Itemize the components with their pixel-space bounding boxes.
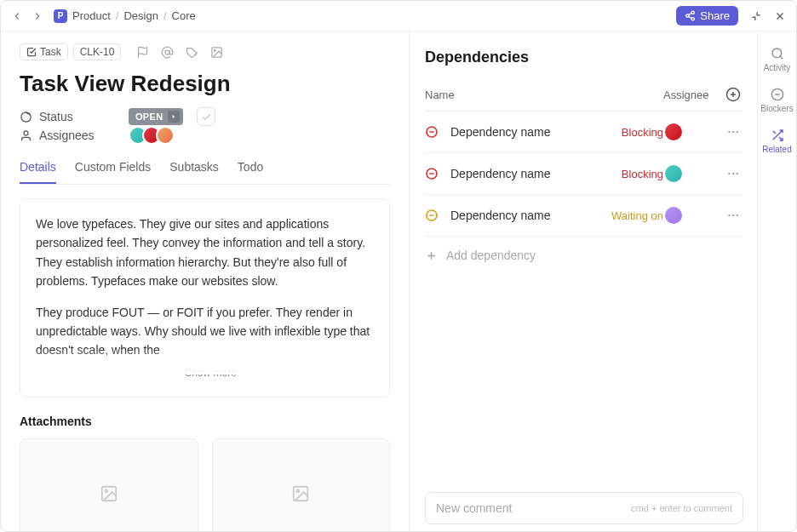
comment-input[interactable]: New comment cmd + enter to comment xyxy=(425,492,743,524)
tab-details[interactable]: Details xyxy=(20,152,56,184)
dependency-tag: Blocking xyxy=(622,168,663,180)
add-column-button[interactable] xyxy=(723,87,743,102)
avatar xyxy=(663,122,684,142)
svg-line-40 xyxy=(780,56,783,59)
description-card: We love typefaces. They give our sites a… xyxy=(20,198,390,398)
more-icon[interactable] xyxy=(723,167,743,180)
nav-forward[interactable] xyxy=(32,10,43,22)
dependency-assignee[interactable] xyxy=(663,163,723,184)
tab-custom-fields[interactable]: Custom Fields xyxy=(75,152,151,184)
complete-checkbox[interactable] xyxy=(197,107,215,126)
attachment-slot[interactable] xyxy=(20,438,198,531)
nav-back[interactable] xyxy=(11,10,23,22)
attachments-title: Attachments xyxy=(20,415,390,428)
task-type-chip[interactable]: Task xyxy=(20,43,68,60)
svg-point-35 xyxy=(732,215,734,216)
waiting-icon xyxy=(425,209,442,222)
dependency-assignee[interactable] xyxy=(663,122,723,142)
avatar xyxy=(156,126,175,145)
more-icon[interactable] xyxy=(723,209,743,222)
svg-point-31 xyxy=(737,173,738,174)
dependency-tag: Blocking xyxy=(622,126,663,139)
assignee-avatars[interactable] xyxy=(129,126,175,145)
svg-point-0 xyxy=(691,11,694,14)
project-icon: P xyxy=(54,9,67,23)
attachment-slot[interactable] xyxy=(212,438,391,531)
svg-line-4 xyxy=(689,14,692,15)
assignees-label: Assignees xyxy=(20,129,129,142)
task-type-label: Task xyxy=(40,46,61,58)
avatar xyxy=(663,163,684,184)
comment-hint: cmd + enter to comment xyxy=(631,503,732,513)
share-label: Share xyxy=(700,9,730,22)
status-badge[interactable]: OPEN xyxy=(129,108,183,125)
tag-icon[interactable] xyxy=(186,46,198,59)
image-icon[interactable] xyxy=(210,46,223,59)
flag-icon[interactable] xyxy=(136,46,149,59)
svg-marker-13 xyxy=(173,115,175,119)
svg-point-25 xyxy=(732,131,734,133)
dependency-assignee[interactable] xyxy=(663,205,723,226)
dependency-row[interactable]: Dependency nameWaiting on xyxy=(425,195,743,237)
svg-point-8 xyxy=(165,50,169,54)
comment-placeholder: New comment xyxy=(436,501,512,515)
close-icon[interactable] xyxy=(774,10,786,22)
task-title: Task View Redesign xyxy=(20,71,390,97)
svg-point-14 xyxy=(24,130,28,134)
rail-activity[interactable]: Activity xyxy=(758,40,796,79)
rail-blockers[interactable]: Blockers xyxy=(758,81,796,120)
svg-point-39 xyxy=(772,49,782,58)
dependencies-title: Dependencies xyxy=(425,49,743,66)
blocking-icon xyxy=(425,125,442,139)
col-assignee-header: Assignee xyxy=(663,89,723,101)
svg-point-2 xyxy=(691,18,694,20)
svg-point-26 xyxy=(737,131,738,133)
svg-point-24 xyxy=(728,131,730,133)
dependency-row[interactable]: Dependency nameBlocking xyxy=(425,112,743,153)
svg-line-3 xyxy=(689,16,692,18)
col-name-header: Name xyxy=(425,89,663,101)
avatar xyxy=(663,205,684,226)
breadcrumb-product[interactable]: Product xyxy=(72,9,111,22)
svg-point-29 xyxy=(728,173,730,174)
share-button[interactable]: Share xyxy=(676,6,738,26)
svg-point-18 xyxy=(297,489,300,492)
status-dropdown-icon xyxy=(168,111,180,123)
svg-point-16 xyxy=(105,489,107,492)
svg-point-36 xyxy=(737,215,738,216)
dependency-tag: Waiting on xyxy=(611,209,663,222)
breadcrumb: P Product / Design / Core xyxy=(54,9,196,23)
add-dependency-button[interactable]: Add dependency xyxy=(425,237,743,274)
dependency-name: Dependency name xyxy=(450,167,616,180)
tab-subtasks[interactable]: Subtasks xyxy=(169,152,219,184)
svg-point-11 xyxy=(215,49,216,51)
breadcrumb-design[interactable]: Design xyxy=(123,9,158,22)
tab-todo[interactable]: Todo xyxy=(238,152,263,184)
add-dependency-label: Add dependency xyxy=(446,249,536,262)
breadcrumb-sep: / xyxy=(163,9,167,22)
dependency-name: Dependency name xyxy=(450,125,616,139)
dependency-row[interactable]: Dependency nameBlocking xyxy=(425,153,743,195)
dependency-name: Dependency name xyxy=(450,209,606,222)
svg-point-30 xyxy=(732,173,734,174)
task-id-chip[interactable]: CLK-10 xyxy=(73,43,122,60)
mention-icon[interactable] xyxy=(161,46,174,59)
breadcrumb-core[interactable]: Core xyxy=(172,9,196,22)
collapse-icon[interactable] xyxy=(750,10,762,22)
description-paragraph: We love typefaces. They give our sites a… xyxy=(36,215,374,291)
more-icon[interactable] xyxy=(723,125,743,139)
breadcrumb-sep: / xyxy=(116,9,119,22)
status-label: Status xyxy=(20,110,129,123)
rail-related[interactable]: Related xyxy=(758,122,796,161)
tabs: Details Custom Fields Subtasks Todo xyxy=(20,152,390,185)
svg-point-34 xyxy=(728,215,730,216)
blocking-icon xyxy=(425,167,442,180)
svg-point-1 xyxy=(686,14,689,17)
svg-line-45 xyxy=(772,131,775,134)
